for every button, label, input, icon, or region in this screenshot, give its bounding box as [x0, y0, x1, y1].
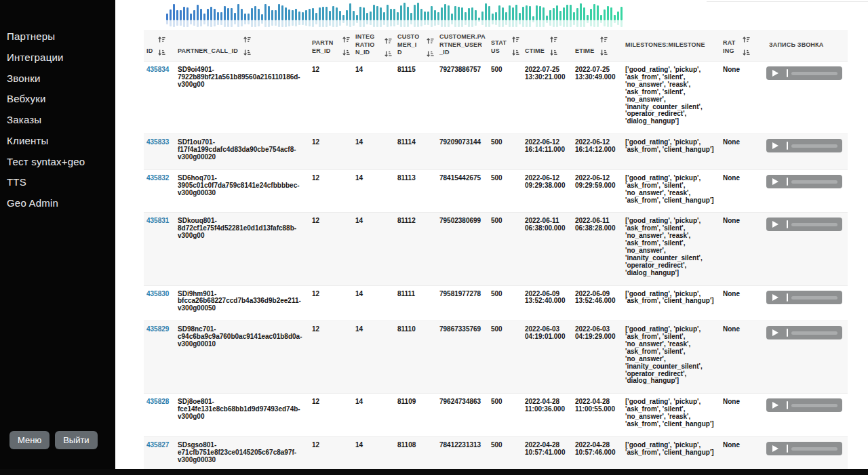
play-icon[interactable] — [772, 142, 778, 149]
column-label: CUSTOMER.PARTNER_USER_ID — [439, 33, 486, 57]
cell-customer_partner_user_id: 79209073144 — [437, 134, 488, 170]
call-id-link[interactable]: 435828 — [146, 398, 169, 405]
play-icon[interactable] — [772, 445, 778, 452]
cell-record — [753, 134, 848, 170]
player-track[interactable] — [791, 144, 837, 148]
sidebar-item-clients[interactable]: Клиенты — [7, 131, 115, 152]
sidebar-item-calls[interactable]: Звонки — [7, 68, 115, 89]
sidebar-item-partners[interactable]: Партнеры — [7, 26, 115, 47]
sidebar-item-test-syntax-geo[interactable]: Тест syntax+geo — [7, 152, 115, 173]
play-icon[interactable] — [772, 402, 778, 409]
audio-player[interactable] — [766, 66, 842, 80]
player-track[interactable] — [791, 447, 837, 451]
sort-desc-icon[interactable] — [342, 49, 350, 56]
sort-desc-icon[interactable] — [743, 49, 750, 56]
player-track[interactable] — [791, 296, 837, 300]
play-icon[interactable] — [772, 178, 778, 185]
player-scrubber[interactable] — [787, 329, 788, 337]
sort-icons[interactable] — [158, 37, 165, 56]
sidebar-item-tts[interactable]: TTS — [7, 172, 115, 193]
sort-asc-icon[interactable] — [384, 38, 392, 44]
audio-player[interactable] — [766, 442, 842, 455]
column-header-customer_id[interactable]: CUSTOMER_ID — [395, 30, 437, 62]
player-scrubber[interactable] — [787, 401, 788, 409]
player-scrubber[interactable] — [787, 445, 788, 453]
call-id-link[interactable]: 435832 — [146, 174, 169, 182]
player-track[interactable] — [791, 180, 837, 184]
call-id-link[interactable]: 435830 — [146, 290, 169, 297]
sort-desc-icon[interactable] — [427, 51, 434, 57]
call-id-link[interactable]: 435834 — [146, 66, 169, 73]
logout-button[interactable]: Выйти — [55, 431, 98, 449]
menu-button[interactable]: Меню — [9, 431, 50, 449]
column-header-partner_call_id[interactable]: PARTNER_CALL_ID — [175, 30, 309, 62]
waveform-bar-reflection — [387, 20, 389, 27]
column-header-rating[interactable]: RATING — [720, 30, 753, 62]
waveform-bar — [302, 12, 304, 20]
waveform-bar — [193, 10, 195, 20]
play-icon[interactable] — [772, 70, 778, 77]
column-header-etime[interactable]: ETIME — [572, 30, 623, 62]
sort-icons[interactable] — [427, 38, 434, 57]
player-scrubber[interactable] — [787, 178, 788, 186]
sort-asc-icon[interactable] — [243, 37, 251, 43]
play-icon[interactable] — [772, 221, 778, 228]
sort-asc-icon[interactable] — [512, 37, 519, 43]
play-icon[interactable] — [772, 294, 778, 301]
sort-icons[interactable] — [384, 38, 392, 57]
audio-player[interactable] — [766, 218, 842, 231]
waveform-bar — [346, 10, 348, 20]
sort-asc-icon[interactable] — [158, 37, 165, 43]
player-track[interactable] — [791, 331, 837, 335]
sidebar-item-geo-admin[interactable]: Geo Admin — [7, 193, 115, 214]
call-id-link[interactable]: 435831 — [146, 217, 169, 224]
sort-asc-icon[interactable] — [427, 38, 434, 44]
sort-icons[interactable] — [243, 37, 251, 56]
waveform-bar-reflection — [376, 20, 378, 27]
sort-desc-icon[interactable] — [384, 51, 392, 57]
cell-partner_call_id: SD9oi4901-7922b89bf21a561b89560a21611018… — [175, 62, 309, 134]
call-id-link[interactable]: 435827 — [146, 441, 169, 449]
audio-player[interactable] — [766, 326, 842, 339]
sidebar-item-webhooks[interactable]: Вебхуки — [7, 89, 115, 110]
sort-desc-icon[interactable] — [243, 49, 251, 56]
audio-player[interactable] — [766, 139, 842, 152]
sort-desc-icon[interactable] — [158, 49, 165, 56]
sort-icons[interactable] — [743, 37, 750, 56]
play-icon[interactable] — [772, 329, 778, 336]
sort-icons[interactable] — [512, 37, 519, 56]
player-track[interactable] — [791, 404, 837, 407]
player-track[interactable] — [791, 223, 837, 226]
cell-customer_id: 81115 — [395, 62, 437, 134]
column-header-ctime[interactable]: CTIME — [522, 30, 572, 62]
sort-asc-icon[interactable] — [342, 37, 350, 43]
sort-icons[interactable] — [600, 37, 608, 56]
player-scrubber[interactable] — [787, 293, 788, 302]
sort-asc-icon[interactable] — [550, 37, 557, 43]
player-scrubber[interactable] — [787, 69, 788, 77]
waveform-bar-reflection — [180, 20, 182, 26]
cell-status: 500 — [488, 285, 522, 321]
call-id-link[interactable]: 435833 — [146, 138, 169, 146]
column-header-id[interactable]: ID — [144, 30, 175, 62]
player-scrubber[interactable] — [787, 142, 788, 150]
column-header-status[interactable]: STATUS — [488, 30, 522, 62]
sort-icons[interactable] — [342, 37, 350, 56]
column-header-integration_id[interactable]: INTEGRATION_ID — [353, 30, 395, 62]
sort-desc-icon[interactable] — [550, 49, 557, 56]
sort-asc-icon[interactable] — [743, 37, 750, 43]
player-scrubber[interactable] — [787, 220, 788, 228]
audio-player[interactable] — [766, 291, 842, 304]
table-body: 435834SD9oi4901-7922b89bf21a561b89560a21… — [144, 62, 848, 475]
sidebar-item-orders[interactable]: Заказы — [7, 110, 115, 131]
column-header-partner_id[interactable]: PARTNER_ID — [309, 30, 353, 62]
sort-desc-icon[interactable] — [600, 49, 608, 56]
audio-player[interactable] — [766, 175, 842, 188]
call-id-link[interactable]: 435829 — [146, 325, 169, 333]
audio-player[interactable] — [766, 398, 842, 412]
sort-icons[interactable] — [550, 37, 557, 56]
sidebar-item-integrations[interactable]: Интеграции — [7, 47, 115, 68]
player-track[interactable] — [791, 72, 837, 75]
sort-desc-icon[interactable] — [512, 49, 519, 56]
sort-asc-icon[interactable] — [600, 37, 608, 43]
